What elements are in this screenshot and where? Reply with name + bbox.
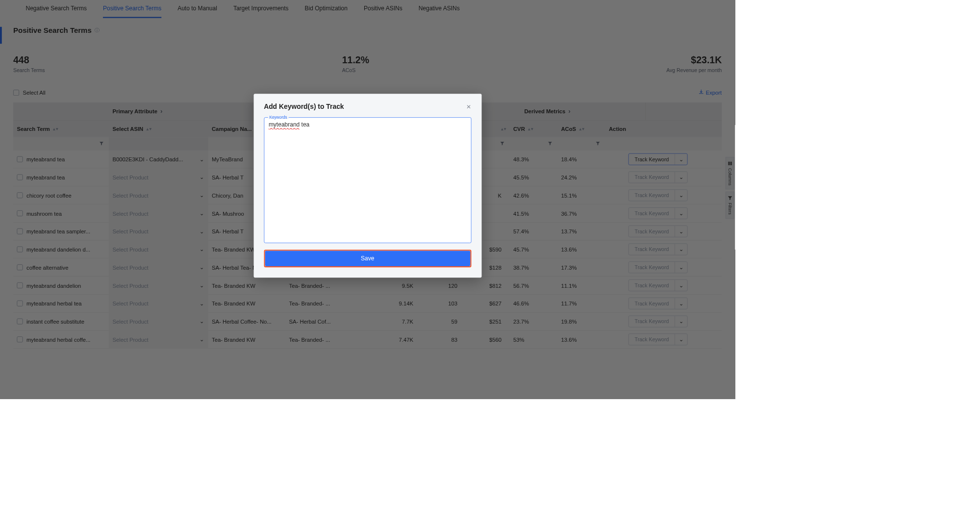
close-icon[interactable]: ✕ <box>466 103 471 110</box>
save-highlight: Save <box>264 250 471 267</box>
keywords-field-label: Keywords <box>268 115 288 119</box>
add-keyword-modal: Add Keyword(s) to Track ✕ Keywords mytea… <box>253 94 481 278</box>
keywords-value: myteabrand tea <box>264 118 471 132</box>
keywords-textarea[interactable]: Keywords myteabrand tea <box>264 117 471 243</box>
save-button[interactable]: Save <box>265 251 470 267</box>
modal-title: Add Keyword(s) to Track <box>264 102 344 111</box>
